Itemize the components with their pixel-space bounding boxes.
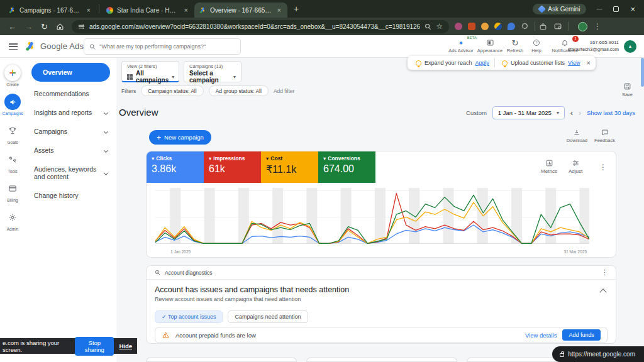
stop-sharing-button[interactable]: Stop sharing <box>75 337 114 356</box>
diagnostics-overflow-icon[interactable]: ⋮ <box>601 268 608 277</box>
scorecard-impressions[interactable]: ▾Impressions 61k <box>204 151 261 183</box>
ask-gemini-button[interactable]: Ask Gemini <box>533 4 586 14</box>
tab-title: Overview - 167-665-9011 - Go <box>210 7 272 14</box>
nav-item-recommendations[interactable]: Recommendations <box>25 84 116 103</box>
browser-tab-overview-active[interactable]: Overview - 167-665-9011 - Go × <box>194 3 287 18</box>
feedback-label: Feedback <box>594 138 615 143</box>
ask-gemini-label: Ask Gemini <box>548 6 580 13</box>
tab-search-icon[interactable] <box>553 23 562 31</box>
save-button[interactable]: Save <box>622 82 633 97</box>
ads-search-box[interactable] <box>84 38 241 55</box>
scorecard-cost[interactable]: ▾Cost ₹11.1k <box>261 151 318 183</box>
extension-icon[interactable] <box>508 23 515 30</box>
back-icon[interactable]: ← <box>8 22 16 31</box>
hide-share-bar-link[interactable]: Hide <box>119 343 132 349</box>
rail-item-billing[interactable]: Billing <box>0 180 25 202</box>
window-maximize-button[interactable] <box>613 6 619 12</box>
rail-item-campaigns[interactable]: Campaigns <box>0 94 25 116</box>
date-range-dropdown[interactable]: 1 Jan - 31 Mar 2025 ▾ <box>492 106 565 119</box>
action-label: Ads Advisor <box>448 48 474 53</box>
new-campaign-button[interactable]: + New campaign <box>149 130 211 145</box>
billing-card-icon <box>8 184 17 193</box>
nav-item-audiences[interactable]: Audiences, keywords and content <box>25 160 116 186</box>
search-input[interactable] <box>99 43 235 50</box>
diagnostics-subtitle: Review account issues and campaigns that… <box>155 296 616 302</box>
tab-close-icon[interactable]: × <box>276 6 282 14</box>
nav-item-campaigns[interactable]: Campaigns <box>25 122 116 141</box>
page-scrollbar[interactable] <box>641 58 644 87</box>
show-last-30-days-link[interactable]: Show last 30 days <box>587 109 635 116</box>
next-period-button[interactable]: › <box>579 109 581 118</box>
chevron-down-icon <box>104 170 108 175</box>
campaigns-megaphone-icon <box>9 98 17 106</box>
user-avatar[interactable]: ▲ <box>624 40 636 53</box>
toast-close-icon[interactable]: × <box>586 59 590 67</box>
reload-icon[interactable]: ↻ <box>41 22 48 31</box>
adjust-button[interactable]: Adjust <box>563 159 588 174</box>
caret-down-icon: ▾ <box>172 74 174 80</box>
campaign-select-dropdown[interactable]: Campaigns (13) Select a campaign▾ <box>184 61 242 82</box>
previous-period-button[interactable]: ‹ <box>570 109 573 118</box>
nav-item-insights-reports[interactable]: Insights and reports <box>25 103 116 122</box>
nav-item-assets[interactable]: Assets <box>25 141 116 160</box>
toast-apply-link[interactable]: Apply <box>475 60 490 66</box>
card-overflow-icon[interactable]: ⋮ <box>599 163 607 172</box>
chip-top-account-issues[interactable]: ✓ Top account issues <box>155 310 223 323</box>
caret-down-icon: ▾ <box>266 155 269 162</box>
extension-icon[interactable] <box>494 23 502 30</box>
view-filter-dropdown[interactable]: View (2 filters) All campaigns▾ <box>121 61 179 82</box>
rail-item-create[interactable]: Create <box>0 65 25 87</box>
x-axis-start-label: 1 Jan 2025 <box>170 250 191 254</box>
extensions-puzzle-icon[interactable] <box>521 23 529 31</box>
browser-profile-avatar[interactable] <box>578 22 587 31</box>
rail-item-tools[interactable]: Tools <box>0 151 25 173</box>
rail-item-admin[interactable]: Admin <box>0 209 25 231</box>
add-filter-button[interactable]: Add filter <box>274 88 295 94</box>
rail-item-goals[interactable]: Goals <box>0 123 25 145</box>
scorecard-clicks[interactable]: ▾Clicks 3.86k <box>147 151 204 183</box>
ads-advisor-button[interactable]: ✦BETA Ads Advisor <box>447 38 475 53</box>
scorecard-conversions[interactable]: ▾Conversions 674.00 <box>318 151 375 183</box>
add-funds-button[interactable]: Add funds <box>562 329 601 341</box>
help-button[interactable]: ? Help <box>522 38 551 53</box>
browser-tab-star-india[interactable]: Star India Care - Home Applian × <box>101 3 194 18</box>
adgroup-status-chip[interactable]: Ad group status: All <box>209 85 269 96</box>
address-bar[interactable]: ads.google.com/aw/overview?ocid=66328103… <box>72 20 449 33</box>
home-icon[interactable] <box>56 23 64 31</box>
browser-menu-icon[interactable]: ⋮ <box>594 22 601 31</box>
site-settings-icon[interactable] <box>78 23 85 30</box>
scorecard-value: 3.86k <box>152 163 199 175</box>
rail-label: Admin <box>7 227 18 231</box>
custom-range-label: Custom <box>466 109 487 116</box>
window-close-button[interactable]: × <box>630 4 635 14</box>
metrics-button[interactable]: Metrics <box>536 159 562 174</box>
feedback-button[interactable]: Feedback <box>594 129 615 143</box>
toast-view-link[interactable]: View <box>568 60 580 66</box>
extension-icon[interactable] <box>468 23 475 30</box>
forward-icon[interactable]: → <box>25 22 33 31</box>
tab-close-icon[interactable]: × <box>183 6 189 14</box>
warning-icon <box>162 331 170 339</box>
chip-campaigns-need-attention[interactable]: Campaigns need attention <box>228 310 308 323</box>
performance-chart[interactable] <box>155 188 589 246</box>
campaign-status-chip[interactable]: Campaign status: All <box>141 85 203 96</box>
extension-icon[interactable] <box>455 23 462 30</box>
diagnostics-header: Account diagnostics <box>165 270 213 276</box>
tab-title: Campaigns - 167-665-9011 - G <box>19 7 82 14</box>
main-menu-icon[interactable] <box>9 43 18 52</box>
screen: Campaigns - 167-665-9011 - G × Star Indi… <box>0 0 644 362</box>
search-zoom-icon[interactable] <box>425 23 431 30</box>
nav-item-overview[interactable]: Overview <box>31 63 110 82</box>
browser-tab-campaigns[interactable]: Campaigns - 167-665-9011 - G × <box>4 3 97 18</box>
download-button[interactable]: Download <box>567 129 587 143</box>
tab-close-icon[interactable]: × <box>86 6 92 14</box>
search-icon <box>89 43 96 50</box>
new-tab-button[interactable]: + <box>294 4 299 14</box>
extension-icon[interactable] <box>481 23 489 30</box>
bookmark-star-icon[interactable]: ☆ <box>436 22 443 31</box>
window-minimize-button[interactable]: — <box>596 6 602 12</box>
view-details-link[interactable]: View details <box>525 332 557 339</box>
password-manager-icon[interactable] <box>539 23 547 31</box>
svg-text:?: ? <box>535 41 537 45</box>
nav-item-change-history[interactable]: Change history <box>25 186 116 205</box>
